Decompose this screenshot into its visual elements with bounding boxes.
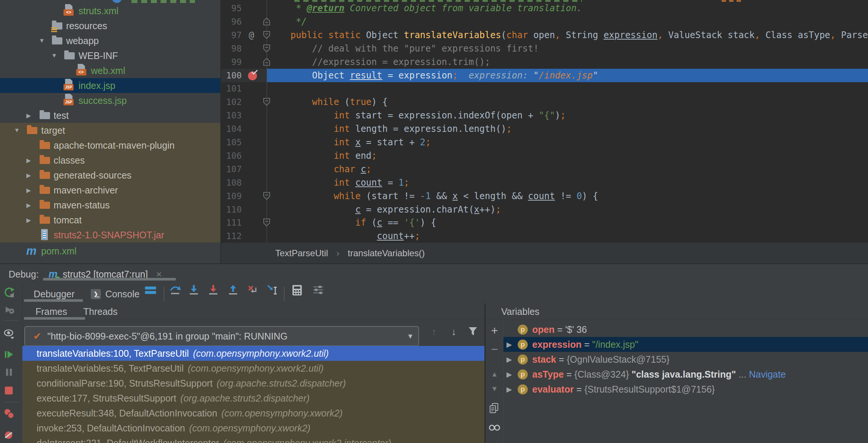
tree-item-success-jsp[interactable]: JSPsuccess.jsp <box>0 93 220 108</box>
breakpoint-icon[interactable] <box>248 71 258 80</box>
eye-icon[interactable] <box>3 328 16 341</box>
gutter-row: 97@ <box>221 28 268 42</box>
tree-item-apache-tomcat-maven-plugin[interactable]: apache-tomcat-maven-plugin <box>0 138 220 153</box>
tree-item-web-xml[interactable]: <>web.xml <box>0 63 220 78</box>
code-line-95[interactable]: * @return Converted object from variable… <box>267 1 868 15</box>
copy-icon[interactable] <box>488 402 501 415</box>
tree-item-tomcat[interactable]: ▶tomcat <box>0 213 220 227</box>
tab-frames[interactable]: Frames <box>35 303 67 320</box>
tab-console[interactable]: ❯ Console <box>91 285 140 303</box>
tab-threads[interactable]: Threads <box>83 303 118 320</box>
resume-icon[interactable] <box>3 349 16 362</box>
code-line-101[interactable] <box>267 82 868 95</box>
tree-item-maven-status[interactable]: ▶maven-status <box>0 198 220 213</box>
tree-item-clipped[interactable] <box>0 0 220 3</box>
variable-row-evaluator[interactable]: ▶pevaluator = {StrutsResultSupport$1@715… <box>503 382 868 397</box>
settings-sliders-icon[interactable] <box>312 284 325 297</box>
code-line-110[interactable]: c = expression.charAt(x++); <box>267 203 868 216</box>
run-to-cursor-icon[interactable] <box>266 284 279 297</box>
variable-row-expression[interactable]: ▶pexpression = "/index.jsp" <box>503 337 868 352</box>
step-into-icon[interactable] <box>188 284 201 297</box>
expand-icon[interactable]: ▶ <box>27 112 39 119</box>
view-breakpoints-icon[interactable] <box>3 408 16 421</box>
variable-row-stack[interactable]: ▶pstack = {OgnlValueStack@7155} <box>503 352 868 367</box>
pause-icon[interactable] <box>3 366 16 379</box>
expand-icon[interactable]: ▶ <box>503 355 518 364</box>
code-line-100[interactable]: Object result = expression; expression: … <box>267 69 868 82</box>
thread-selector[interactable]: ✔ "http-bio-8099-exec-5"@6,191 in group … <box>24 326 419 346</box>
tree-item-resources[interactable]: resources <box>0 18 220 33</box>
expand-icon[interactable]: ▶ <box>27 172 39 179</box>
step-over-icon[interactable] <box>169 284 182 297</box>
stack-frame-row[interactable]: translateVariables:100, TextParseUtil(co… <box>22 346 485 361</box>
code-line-105[interactable]: int x = start + 2; <box>267 136 868 149</box>
stack-frame-row[interactable]: executeResult:348, DefaultActionInvocati… <box>22 406 485 421</box>
mute-breakpoints-icon[interactable] <box>3 430 16 442</box>
tree-item-web-inf[interactable]: ▼WEB-INF <box>0 48 220 63</box>
code-line-109[interactable]: while (start != -1 && x < length && coun… <box>267 189 868 203</box>
code-line-99[interactable]: //expression = expression.trim(); <box>267 55 868 69</box>
tree-item-test[interactable]: ▶test <box>0 108 220 123</box>
tree-item-target[interactable]: ▼target <box>0 123 220 138</box>
tree-item-struts-xml[interactable]: <>struts.xml <box>0 3 220 18</box>
expand-icon[interactable]: ▶ <box>503 385 518 394</box>
tree-item-classes[interactable]: ▶classes <box>0 153 220 168</box>
collapse-icon[interactable]: ▼ <box>51 52 63 59</box>
double-bars-icon[interactable] <box>145 284 157 297</box>
code-line-96[interactable]: */ <box>267 15 868 28</box>
move-down-icon[interactable]: ▼ <box>488 382 501 395</box>
stack-frame-row[interactable]: translateVariables:56, TextParseUtil(com… <box>22 361 485 376</box>
code-line-103[interactable]: int start = expression.indexOf(open + "{… <box>267 109 868 122</box>
tree-item-webapp[interactable]: ▼webapp <box>0 33 220 48</box>
expand-icon[interactable]: ▶ <box>27 157 39 164</box>
expand-icon[interactable]: ▶ <box>27 217 39 224</box>
code-line-98[interactable]: // deal with the "pure" expressions firs… <box>267 42 868 55</box>
glasses-icon[interactable] <box>488 421 501 434</box>
stack-frame-row[interactable]: execute:177, StrutsResultSupport(org.apa… <box>22 391 485 406</box>
frame-down-icon[interactable]: ↓ <box>447 325 460 338</box>
collapse-icon[interactable]: ▼ <box>39 37 51 44</box>
variable-value: "class java.lang.String" <box>632 369 736 380</box>
tree-item-struts2-1-0-snapshot-jar[interactable]: struts2-1.0-SNAPSHOT.jar <box>0 227 220 242</box>
tab-debugger[interactable]: Debugger <box>34 285 75 303</box>
breadcrumb-class[interactable]: TextParseUtil <box>275 248 328 258</box>
code-line-106[interactable]: int end; <box>267 149 868 162</box>
tree-item-generated-sources[interactable]: ▶generated-sources <box>0 168 220 183</box>
rerun-icon[interactable] <box>3 286 16 299</box>
code-line-97[interactable]: public static Object translateVariables(… <box>267 28 868 42</box>
stack-frame-row[interactable]: invoke:253, DefaultActionInvocation(com.… <box>22 421 485 436</box>
drop-frame-icon[interactable] <box>247 284 259 297</box>
code-line-112[interactable]: count++; <box>267 229 868 243</box>
move-up-icon[interactable]: ▲ <box>488 368 501 381</box>
stack-frame-row[interactable]: conditionalParse:190, StrutsResultSuppor… <box>22 376 485 391</box>
expand-icon[interactable]: ▶ <box>503 340 518 349</box>
code-line-108[interactable]: int count = 1; <box>267 176 868 189</box>
variable-row-asType[interactable]: ▶pasType = {Class@324} "class java.lang.… <box>503 367 868 382</box>
collapse-icon[interactable]: ▼ <box>14 127 26 134</box>
code-line-104[interactable]: int length = expression.length(); <box>267 122 868 136</box>
expand-icon[interactable]: ▶ <box>503 370 518 379</box>
filter-icon[interactable] <box>467 325 480 338</box>
code-line-102[interactable]: while (true) { <box>267 95 868 109</box>
code-area[interactable]: * @return Converted object from variable… <box>267 0 868 243</box>
expand-icon[interactable]: ▶ <box>27 202 39 209</box>
force-step-into-icon[interactable] <box>207 284 220 297</box>
variable-row-open[interactable]: popen = '$' 36 <box>503 322 868 337</box>
code-line-111[interactable]: if (c == '{') { <box>267 216 868 229</box>
stop-icon[interactable] <box>3 385 16 397</box>
tree-item-pom-xml[interactable]: mpom.xml <box>0 244 220 258</box>
play-badge-icon[interactable] <box>3 304 16 317</box>
step-out-icon[interactable] <box>227 284 240 297</box>
frame-up-icon[interactable]: ↑ <box>428 325 440 338</box>
tree-item-maven-archiver[interactable]: ▶maven-archiver <box>0 183 220 198</box>
add-icon[interactable]: + <box>488 325 501 338</box>
calculator-icon[interactable] <box>291 284 304 297</box>
tree-item-index-jsp[interactable]: JSPindex.jsp <box>0 78 220 93</box>
code-line-107[interactable]: char c; <box>267 162 868 176</box>
stack-frame-row[interactable]: doIntercept:221, DefaultWorkflowIntercep… <box>22 436 485 443</box>
expand-icon[interactable]: ▶ <box>27 187 39 194</box>
navigate-link[interactable]: Navigate <box>749 369 786 380</box>
breadcrumb-method[interactable]: translateVariables() <box>348 248 425 258</box>
remove-icon[interactable]: − <box>488 344 501 357</box>
debug-session-tab[interactable]: m struts2 [tomcat7:run] × <box>49 264 162 285</box>
